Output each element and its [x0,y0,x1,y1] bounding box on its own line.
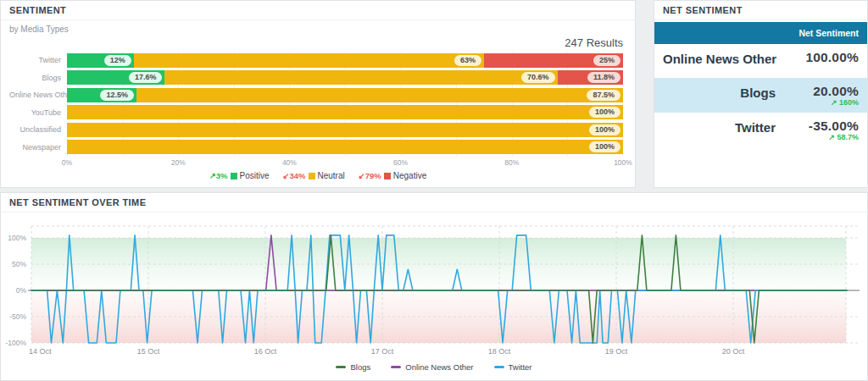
net-sentiment-row-blogs[interactable]: Blogs20.00%↗ 160% [654,78,867,113]
bar-chart-x-axis: 0%20%40%60%80%100% [67,158,623,169]
net-sentiment-over-time-panel: NET SENTIMENT OVER TIME 100%50%0%-50%-10… [0,192,868,381]
bar-axis-tick: 20% [171,158,186,167]
bar-track: 17.6%70.6%11.8% [67,70,623,85]
net-sentiment-panel: NET SENTIMENT Net Sentiment Online News … [654,0,868,188]
bar-segment-positive[interactable]: 17.6% [67,70,164,85]
net-sentiment-row-online-news-other[interactable]: Online News Other100.00% [654,44,867,78]
net-sentiment-table: Online News Other100.00%Blogs20.00%↗ 160… [654,44,867,147]
net-sentiment-row-twitter[interactable]: Twitter-35.00%↗ 58.7% [654,113,867,147]
bar-track: 12%63%25% [67,53,623,68]
bar-category-label: Online News Other [9,91,67,99]
bar-category-label: Newspaper [9,143,67,152]
net-row-value: 100.00% [790,50,859,65]
x-axis-tick: 17 Oct [371,347,394,356]
bar-category-label: Unclassified [9,125,67,134]
bar-row-unclassified: Unclassified100% [9,121,623,139]
bar-axis-tick: 60% [393,158,408,167]
y-axis-tick: -50% [9,312,26,321]
legend-label: Neutral [318,171,345,180]
sentiment-legend-item-neutral[interactable]: ↙34%Neutral [283,171,345,180]
legend-label: Positive [240,171,270,180]
x-axis-tick: 19 Oct [605,347,628,356]
sentiment-panel: SENTIMENT by Media Types 247 Results Twi… [0,0,636,188]
legend-swatch [384,173,391,179]
bar-row-twitter: Twitter12%63%25% [9,52,623,69]
legend-label: Twitter [509,362,532,372]
y-axis-tick: 50% [12,260,26,268]
net-row-value: -35.00% [789,119,859,134]
sentiment-bar-chart: Twitter12%63%25%Blogs17.6%70.6%11.8%Onli… [9,52,623,169]
time-legend-item-online-news-other[interactable]: Online News Other [391,362,473,372]
bar-track: 100% [67,123,623,137]
x-axis-tick: 15 Oct [137,347,160,356]
y-axis-tick: 100% [8,234,26,242]
bar-axis-tick: 80% [504,158,519,167]
sentiment-panel-title: SENTIMENT [1,1,635,20]
bar-value-pill: 17.6% [129,72,163,83]
bar-segment-neutral[interactable]: 87.5% [136,88,623,102]
x-axis-tick: 20 Oct [722,347,745,356]
x-axis-tick: 16 Oct [254,347,277,356]
time-chart: 100%50%0%-50%-100%14 Oct15 Oct16 Oct17 O… [1,213,868,362]
net-row-label: Twitter [663,119,789,135]
bar-value-pill: 12% [104,55,131,66]
net-row-trend: ↗ 58.7% [789,133,859,141]
time-legend-item-twitter[interactable]: Twitter [494,362,532,372]
trend-up-icon: ↗3% [209,171,228,180]
bar-axis-tick: 40% [282,158,297,167]
bar-segment-negative[interactable]: 25% [484,53,623,68]
net-row-value: 20.00% [789,84,859,99]
trend-down-icon: ↙79% [359,171,381,180]
bar-axis-tick: 0% [62,158,72,167]
y-axis-tick: 0% [16,286,27,295]
bar-track: 100% [67,105,623,119]
bar-category-label: Blogs [9,74,67,82]
bar-row-online-news-other: Online News Other12.5%87.5% [9,86,623,104]
net-row-label: Blogs [663,84,789,100]
trend-down-icon: ↙34% [283,171,306,180]
bar-track: 12.5%87.5% [67,88,623,102]
bar-value-pill: 25% [593,55,620,66]
bar-row-youtube: YouTube100% [9,104,623,122]
bar-segment-neutral[interactable]: 100% [67,140,623,154]
bar-segment-neutral[interactable]: 100% [67,123,623,137]
net-row-trend: ↗ 160% [789,98,859,107]
time-legend-item-blogs[interactable]: Blogs [336,362,370,372]
bar-value-pill: 87.5% [587,90,620,101]
sentiment-legend-item-negative[interactable]: ↙79%Negative [359,171,426,180]
bar-axis-tick: 100% [614,158,632,167]
bar-segment-neutral[interactable]: 100% [67,105,623,119]
bar-category-label: YouTube [9,108,67,117]
net-sentiment-panel-title: NET SENTIMENT [654,1,867,20]
bar-category-label: Twitter [9,56,67,64]
x-axis-tick: 14 Oct [29,347,52,356]
bar-row-newspaper: Newspaper100% [9,139,623,157]
legend-swatch [309,173,315,179]
legend-swatch [494,366,504,368]
x-axis-tick: 18 Oct [488,347,511,356]
bar-value-pill: 12.5% [100,90,134,101]
bar-segment-negative[interactable]: 11.8% [558,70,623,85]
bar-segment-neutral[interactable]: 70.6% [164,70,557,85]
sentiment-legend-item-positive[interactable]: ↗3%Positive [209,171,270,180]
legend-swatch [391,366,401,368]
net-sentiment-column-header[interactable]: Net Sentiment [654,22,867,44]
bar-value-pill: 63% [454,55,481,66]
net-row-label: Online News Other [663,50,790,66]
legend-swatch [336,366,346,368]
legend-swatch [231,173,237,179]
bar-value-pill: 70.6% [521,72,555,83]
time-chart-legend: BlogsOnline News OtherTwitter [1,362,867,372]
bar-row-blogs: Blogs17.6%70.6%11.8% [9,69,623,87]
bar-segment-positive[interactable]: 12% [67,53,134,68]
bar-segment-neutral[interactable]: 63% [134,53,484,68]
sentiment-subtitle: by Media Types [9,25,69,34]
bar-track: 100% [67,140,623,154]
legend-label: Blogs [350,362,370,372]
time-panel-title: NET SENTIMENT OVER TIME [1,193,867,213]
legend-label: Negative [393,171,426,180]
legend-label: Online News Other [405,362,473,372]
bar-segment-positive[interactable]: 12.5% [67,88,136,102]
sentiment-legend: ↗3%Positive↙34%Neutral↙79%Negative [1,171,635,180]
results-count: 247 Results [565,36,623,49]
